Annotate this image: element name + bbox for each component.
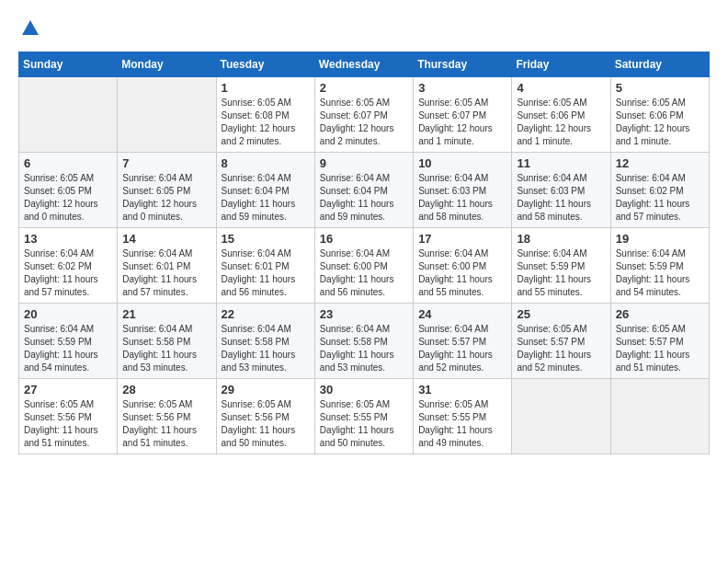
day-number: 16 <box>320 232 408 246</box>
day-number: 30 <box>320 383 408 396</box>
day-number: 27 <box>24 383 112 396</box>
day-info: Sunrise: 6:04 AMSunset: 6:05 PMDaylight:… <box>122 172 210 224</box>
day-cell: 6Sunrise: 6:05 AMSunset: 6:05 PMDaylight… <box>19 153 118 228</box>
day-number: 14 <box>122 232 210 246</box>
header-cell-sunday: Sunday <box>19 52 118 77</box>
day-info: Sunrise: 6:05 AMSunset: 5:56 PMDaylight:… <box>24 398 112 450</box>
day-number: 3 <box>418 81 506 95</box>
day-info: Sunrise: 6:04 AMSunset: 6:02 PMDaylight:… <box>24 247 112 299</box>
day-info: Sunrise: 6:04 AMSunset: 5:59 PMDaylight:… <box>24 323 112 374</box>
page-header <box>18 18 710 42</box>
week-row-2: 13Sunrise: 6:04 AMSunset: 6:02 PMDayligh… <box>19 228 710 304</box>
day-cell <box>19 77 118 153</box>
week-row-0: 1Sunrise: 6:05 AMSunset: 6:08 PMDaylight… <box>19 77 710 153</box>
day-info: Sunrise: 6:04 AMSunset: 6:03 PMDaylight:… <box>418 172 506 224</box>
calendar-header: SundayMondayTuesdayWednesdayThursdayFrid… <box>19 52 710 77</box>
day-cell: 29Sunrise: 6:05 AMSunset: 5:56 PMDayligh… <box>216 379 314 454</box>
day-number: 9 <box>320 156 408 170</box>
header-cell-tuesday: Tuesday <box>216 52 314 77</box>
day-cell: 16Sunrise: 6:04 AMSunset: 6:00 PMDayligh… <box>314 228 413 304</box>
day-info: Sunrise: 6:04 AMSunset: 5:58 PMDaylight:… <box>222 323 310 374</box>
day-info: Sunrise: 6:04 AMSunset: 6:04 PMDaylight:… <box>222 172 310 224</box>
day-cell: 31Sunrise: 6:05 AMSunset: 5:55 PMDayligh… <box>414 379 512 454</box>
logo <box>18 18 40 42</box>
day-cell: 30Sunrise: 6:05 AMSunset: 5:55 PMDayligh… <box>314 379 413 454</box>
day-cell: 9Sunrise: 6:04 AMSunset: 6:04 PMDaylight… <box>314 153 413 228</box>
day-info: Sunrise: 6:04 AMSunset: 6:01 PMDaylight:… <box>122 247 210 299</box>
day-number: 31 <box>418 383 506 396</box>
day-info: Sunrise: 6:04 AMSunset: 6:00 PMDaylight:… <box>418 247 506 299</box>
header-cell-monday: Monday <box>118 52 216 77</box>
day-info: Sunrise: 6:04 AMSunset: 5:59 PMDaylight:… <box>517 247 605 299</box>
day-cell: 18Sunrise: 6:04 AMSunset: 5:59 PMDayligh… <box>512 228 610 304</box>
day-cell: 25Sunrise: 6:05 AMSunset: 5:57 PMDayligh… <box>512 304 610 379</box>
day-cell: 10Sunrise: 6:04 AMSunset: 6:03 PMDayligh… <box>414 153 512 228</box>
week-row-1: 6Sunrise: 6:05 AMSunset: 6:05 PMDaylight… <box>19 153 710 228</box>
day-info: Sunrise: 6:04 AMSunset: 5:57 PMDaylight:… <box>418 323 506 374</box>
day-info: Sunrise: 6:05 AMSunset: 6:06 PMDaylight:… <box>517 97 605 148</box>
day-number: 23 <box>320 307 408 321</box>
day-cell: 1Sunrise: 6:05 AMSunset: 6:08 PMDaylight… <box>216 77 314 153</box>
day-info: Sunrise: 6:05 AMSunset: 6:07 PMDaylight:… <box>418 97 506 148</box>
day-number: 25 <box>517 307 605 321</box>
day-number: 21 <box>122 307 210 321</box>
day-cell: 21Sunrise: 6:04 AMSunset: 5:58 PMDayligh… <box>118 304 216 379</box>
day-number: 19 <box>616 232 704 246</box>
day-number: 29 <box>222 383 310 396</box>
day-cell <box>512 379 610 454</box>
day-cell: 13Sunrise: 6:04 AMSunset: 6:02 PMDayligh… <box>19 228 118 304</box>
day-info: Sunrise: 6:04 AMSunset: 5:58 PMDaylight:… <box>122 323 210 374</box>
day-info: Sunrise: 6:04 AMSunset: 6:04 PMDaylight:… <box>320 172 408 224</box>
day-cell: 24Sunrise: 6:04 AMSunset: 5:57 PMDayligh… <box>414 304 512 379</box>
day-number: 8 <box>222 156 310 170</box>
day-info: Sunrise: 6:05 AMSunset: 5:56 PMDaylight:… <box>122 398 210 450</box>
day-cell: 4Sunrise: 6:05 AMSunset: 6:06 PMDaylight… <box>512 77 610 153</box>
day-info: Sunrise: 6:04 AMSunset: 5:59 PMDaylight:… <box>616 247 704 299</box>
day-cell: 14Sunrise: 6:04 AMSunset: 6:01 PMDayligh… <box>118 228 216 304</box>
header-row: SundayMondayTuesdayWednesdayThursdayFrid… <box>19 52 710 77</box>
day-info: Sunrise: 6:05 AMSunset: 6:05 PMDaylight:… <box>24 172 112 224</box>
day-info: Sunrise: 6:05 AMSunset: 6:06 PMDaylight:… <box>616 97 704 148</box>
day-info: Sunrise: 6:05 AMSunset: 5:55 PMDaylight:… <box>418 398 506 450</box>
day-number: 28 <box>122 383 210 396</box>
header-cell-saturday: Saturday <box>610 52 709 77</box>
header-cell-wednesday: Wednesday <box>314 52 413 77</box>
day-cell <box>118 77 216 153</box>
calendar-body: 1Sunrise: 6:05 AMSunset: 6:08 PMDaylight… <box>19 77 710 454</box>
day-cell: 27Sunrise: 6:05 AMSunset: 5:56 PMDayligh… <box>19 379 118 454</box>
calendar-table: SundayMondayTuesdayWednesdayThursdayFrid… <box>18 52 710 454</box>
logo-icon <box>20 18 40 42</box>
day-cell: 28Sunrise: 6:05 AMSunset: 5:56 PMDayligh… <box>118 379 216 454</box>
svg-marker-0 <box>22 20 39 35</box>
day-cell: 5Sunrise: 6:05 AMSunset: 6:06 PMDaylight… <box>610 77 709 153</box>
day-cell: 7Sunrise: 6:04 AMSunset: 6:05 PMDaylight… <box>118 153 216 228</box>
day-info: Sunrise: 6:04 AMSunset: 6:01 PMDaylight:… <box>222 247 310 299</box>
day-number: 24 <box>418 307 506 321</box>
day-number: 18 <box>517 232 605 246</box>
day-number: 2 <box>320 81 408 95</box>
day-number: 10 <box>418 156 506 170</box>
day-cell: 19Sunrise: 6:04 AMSunset: 5:59 PMDayligh… <box>610 228 709 304</box>
day-cell: 8Sunrise: 6:04 AMSunset: 6:04 PMDaylight… <box>216 153 314 228</box>
day-number: 6 <box>24 156 112 170</box>
day-cell: 11Sunrise: 6:04 AMSunset: 6:03 PMDayligh… <box>512 153 610 228</box>
day-cell: 15Sunrise: 6:04 AMSunset: 6:01 PMDayligh… <box>216 228 314 304</box>
day-cell: 12Sunrise: 6:04 AMSunset: 6:02 PMDayligh… <box>610 153 709 228</box>
day-number: 17 <box>418 232 506 246</box>
header-cell-friday: Friday <box>512 52 610 77</box>
day-info: Sunrise: 6:04 AMSunset: 5:58 PMDaylight:… <box>320 323 408 374</box>
day-cell: 20Sunrise: 6:04 AMSunset: 5:59 PMDayligh… <box>19 304 118 379</box>
day-info: Sunrise: 6:04 AMSunset: 6:00 PMDaylight:… <box>320 247 408 299</box>
week-row-4: 27Sunrise: 6:05 AMSunset: 5:56 PMDayligh… <box>19 379 710 454</box>
day-info: Sunrise: 6:05 AMSunset: 5:57 PMDaylight:… <box>616 323 704 374</box>
day-number: 7 <box>122 156 210 170</box>
day-cell: 26Sunrise: 6:05 AMSunset: 5:57 PMDayligh… <box>610 304 709 379</box>
header-cell-thursday: Thursday <box>414 52 512 77</box>
day-info: Sunrise: 6:04 AMSunset: 6:03 PMDaylight:… <box>517 172 605 224</box>
day-cell: 17Sunrise: 6:04 AMSunset: 6:00 PMDayligh… <box>414 228 512 304</box>
day-info: Sunrise: 6:05 AMSunset: 5:56 PMDaylight:… <box>222 398 310 450</box>
day-number: 1 <box>222 81 310 95</box>
day-cell: 22Sunrise: 6:04 AMSunset: 5:58 PMDayligh… <box>216 304 314 379</box>
day-number: 4 <box>517 81 605 95</box>
day-number: 5 <box>616 81 704 95</box>
